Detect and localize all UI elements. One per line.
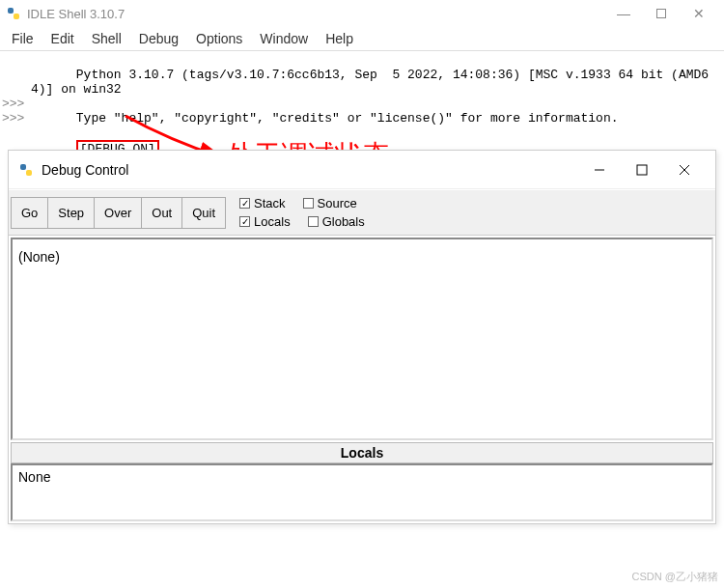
locals-pane[interactable]: None (11, 463, 713, 521)
debug-check-group: Stack Source Locals Globals (239, 192, 365, 233)
stack-checkbox[interactable]: Stack (239, 196, 286, 210)
out-button[interactable]: Out (142, 198, 182, 228)
quit-button[interactable]: Quit (182, 198, 225, 228)
menu-options[interactable]: Options (188, 29, 250, 48)
menu-help[interactable]: Help (318, 29, 361, 48)
svg-rect-3 (26, 170, 32, 176)
maximize-button[interactable] (656, 9, 666, 18)
debug-toolbar: Go Step Over Out Quit Stack Source Local… (9, 189, 715, 236)
watermark: CSDN @乙小猪猪 (632, 570, 718, 584)
menubar: File Edit Shell Debug Options Window Hel… (0, 27, 724, 50)
menu-window[interactable]: Window (252, 29, 316, 48)
minimize-button[interactable] (578, 155, 621, 184)
over-button[interactable]: Over (95, 198, 142, 228)
go-button[interactable]: Go (12, 198, 48, 228)
shell-title: IDLE Shell 3.10.7 (27, 7, 604, 21)
close-button[interactable] (680, 6, 718, 21)
shell-banner-line2: Type "help", "copyright", "credits" or "… (76, 111, 619, 126)
menu-edit[interactable]: Edit (43, 29, 82, 48)
globals-checkbox[interactable]: Globals (308, 214, 365, 229)
svg-rect-5 (637, 165, 647, 175)
shell-titlebar: IDLE Shell 3.10.7 (0, 0, 724, 27)
python-icon (6, 6, 21, 21)
checkbox-icon (239, 198, 250, 209)
menu-shell[interactable]: Shell (84, 29, 129, 48)
stack-pane-text: (None) (14, 241, 710, 272)
debug-button-group: Go Step Over Out Quit (11, 197, 226, 229)
shell-banner-line1: Python 3.10.7 (tags/v3.10.7:6cc6b13, Sep… (31, 68, 709, 97)
python-icon (18, 162, 34, 178)
locals-header: Locals (11, 442, 713, 463)
stack-pane[interactable]: (None) (11, 238, 713, 440)
svg-rect-2 (20, 164, 26, 170)
svg-rect-0 (8, 8, 14, 14)
source-checkbox[interactable]: Source (303, 196, 357, 210)
checkbox-icon (308, 216, 319, 227)
checkbox-icon (239, 216, 250, 227)
locals-checkbox[interactable]: Locals (239, 214, 291, 229)
menu-file[interactable]: File (4, 29, 42, 48)
menu-debug[interactable]: Debug (131, 29, 186, 48)
close-button[interactable] (663, 155, 706, 184)
locals-value: None (18, 469, 50, 485)
step-button[interactable]: Step (48, 198, 95, 228)
minimize-button[interactable] (604, 6, 643, 21)
maximize-button[interactable] (621, 155, 663, 184)
checkbox-icon (303, 198, 314, 209)
svg-rect-1 (14, 14, 19, 19)
debug-control-window: Debug Control Go Step Over Out Quit Stac… (8, 150, 716, 524)
debug-title: Debug Control (42, 162, 578, 178)
debug-titlebar: Debug Control (9, 151, 715, 189)
